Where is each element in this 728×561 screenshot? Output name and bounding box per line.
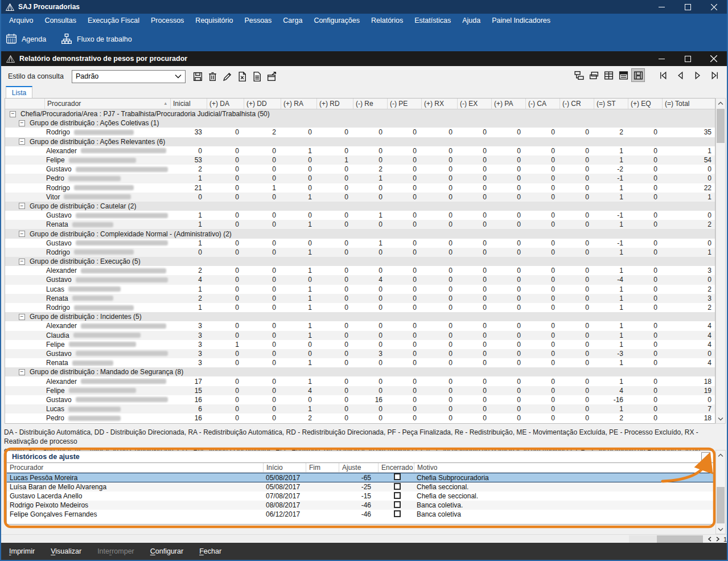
report-close-button[interactable]	[701, 51, 727, 66]
menu-item-carga[interactable]: Carga	[277, 14, 308, 27]
report-maximize-button[interactable]	[674, 51, 701, 66]
encerrado-checkbox[interactable]	[394, 483, 401, 490]
menu-item-arquivo[interactable]: Arquivo	[3, 14, 39, 27]
scroll-down-icon[interactable]	[716, 414, 725, 423]
table-row[interactable]: Alexander17001000000001018	[5, 376, 715, 386]
collapse-toggle[interactable]	[19, 120, 25, 126]
table-row[interactable]: Rodrigo000100000000101	[5, 248, 715, 257]
collapse-toggle[interactable]	[19, 259, 25, 265]
column-header-re[interactable]: (-) Re	[353, 99, 387, 109]
hist-column-header-fim[interactable]: Fim	[306, 463, 339, 472]
column-header-rd[interactable]: (+) RD	[316, 99, 353, 109]
group-row[interactable]: Grupo de distribuição : Cautelar (2)	[5, 202, 715, 211]
agenda-button[interactable]: Agenda	[6, 33, 46, 46]
menu-item-consultas[interactable]: Consultas	[39, 14, 82, 27]
delete-icon[interactable]	[206, 69, 220, 83]
close-button[interactable]	[701, 0, 727, 14]
collapse-toggle[interactable]	[19, 203, 25, 209]
table-row[interactable]: Felipe15004000000004019	[5, 386, 715, 395]
table-row[interactable]: Rodrigo33020000000002035	[5, 128, 715, 137]
scroll-thumb[interactable]	[717, 109, 725, 143]
scroll-up-icon[interactable]	[716, 451, 725, 460]
column-header-cr[interactable]: (-) CR	[560, 99, 594, 109]
table-row[interactable]: Alexander300100000000104	[5, 321, 715, 330]
panel-vertical-scrollbar[interactable]	[715, 450, 726, 534]
scroll-thumb[interactable]	[717, 487, 725, 523]
workflow-button[interactable]: Fluxo de trabalho	[61, 33, 132, 46]
configurar-button[interactable]: Configurar	[150, 547, 183, 555]
table-row[interactable]: Pedro16002000000002018	[5, 413, 715, 423]
excel-export-icon[interactable]	[236, 69, 249, 83]
encerrado-checkbox[interactable]	[394, 492, 401, 499]
menu-item-ajuda[interactable]: Ajuda	[456, 14, 486, 27]
hist-column-header-ajuste[interactable]: Ajuste	[339, 463, 378, 472]
menu-item-execucao-fiscal[interactable]: Execução Fiscal	[82, 14, 145, 27]
menu-item-requisitorio[interactable]: Requisitório	[190, 14, 238, 27]
table-row[interactable]: Gustavo16000016000000-1600	[5, 395, 715, 404]
table-row[interactable]: Gustavo200002000000-200	[5, 165, 715, 174]
nav-first-icon[interactable]	[656, 68, 670, 82]
column-header-pa[interactable]: (+) PA	[491, 99, 525, 109]
menu-item-relatorios[interactable]: Relatórios	[365, 14, 409, 27]
column-header-da[interactable]: (+) DA	[207, 99, 244, 109]
table-row[interactable]: Vitor000100000000101	[5, 193, 715, 202]
table-row[interactable]: Pedro100001000000-100	[5, 174, 715, 183]
table-row[interactable]: Gustavo100001000000-100	[5, 211, 715, 220]
menu-item-processos[interactable]: Processos	[145, 14, 190, 27]
page-next-icon[interactable]	[715, 536, 720, 543]
hist-row[interactable]: Gustavo Lacerda Anello07/08/2017-15Chefi…	[7, 492, 713, 501]
table-row[interactable]: Alexander000100000000101	[5, 146, 715, 155]
hist-row[interactable]: Lucas Pessôa Moreira05/08/2017-65Chefia …	[7, 473, 713, 482]
table-row[interactable]: Rodrigo100100000000102	[5, 303, 715, 312]
column-width-icon[interactable]	[631, 68, 645, 82]
scroll-up-icon[interactable]	[716, 99, 725, 108]
column-header-inicial[interactable]: Inicial	[170, 99, 207, 109]
table-row[interactable]: Lucas100100000000102	[5, 285, 715, 294]
menu-item-configuracoes[interactable]: Configurações	[308, 14, 365, 27]
group-row[interactable]: Grupo de distribuição : Ações Relevantes…	[5, 137, 715, 146]
table-row[interactable]: Gustavo100001000000-100	[5, 239, 715, 248]
column-header-eq[interactable]: (+) EQ	[628, 99, 662, 109]
column-header-total[interactable]: (=) Total	[662, 99, 715, 109]
hist-column-header-motivo[interactable]: Motivo	[414, 463, 707, 472]
fechar-button[interactable]: Fechar	[199, 547, 221, 555]
query-style-combobox[interactable]: Padrão	[72, 70, 186, 83]
hist-column-header-encerrado[interactable]: Encerrado	[378, 463, 414, 472]
minimize-button[interactable]	[648, 0, 674, 14]
page-prev-icon[interactable]	[708, 536, 712, 543]
visualizar-button[interactable]: Visualizar	[51, 547, 81, 555]
hist-row[interactable]: Felipe Gonçalves Fernandes06/12/2017-46B…	[7, 510, 713, 519]
hist-column-header-inicio[interactable]: Início	[263, 463, 306, 472]
column-header-rx[interactable]: (+) RX	[421, 99, 457, 109]
imprimir-button[interactable]: Imprimir	[9, 547, 35, 555]
nav-next-icon[interactable]	[690, 68, 704, 82]
column-header-dd[interactable]: (+) DD	[244, 99, 281, 109]
table-row[interactable]: Rodrigo21010000000001022	[5, 183, 715, 193]
hist-row[interactable]: Rodrigo Peixoto Medeiros08/08/2017-46Ban…	[7, 501, 713, 510]
group-row[interactable]: Grupo de distribuição : Execução (5)	[5, 257, 715, 266]
scroll-down-icon[interactable]	[716, 525, 725, 534]
root-group-row[interactable]: Chefia/Procuradoria/Area : PJ7 - Trabalh…	[5, 109, 715, 118]
export-window-icon[interactable]	[265, 69, 279, 83]
table-row[interactable]: Felipe310000000000104	[5, 340, 715, 349]
encerrado-checkbox[interactable]	[394, 473, 401, 480]
group-row[interactable]: Grupo de distribuição : Complexidade Nor…	[5, 229, 715, 238]
horizontal-scroll-thumb[interactable]	[657, 535, 703, 543]
table-row[interactable]: Renata300100000000104	[5, 358, 715, 367]
hist-row[interactable]: Luísa Baran de Mello Alvarenga05/08/2017…	[7, 482, 713, 492]
tree-view-icon[interactable]	[572, 68, 586, 82]
encerrado-checkbox[interactable]	[394, 510, 401, 517]
collapse-toggle[interactable]	[19, 369, 25, 375]
table-row[interactable]: Gustavo400004000000-400	[5, 275, 715, 284]
table-row[interactable]: Gustavo300003000000-300	[5, 349, 715, 358]
menu-item-estatisticas[interactable]: Estatísticas	[409, 14, 456, 27]
maximize-button[interactable]	[674, 0, 701, 14]
edit-icon[interactable]	[221, 69, 235, 83]
nav-last-icon[interactable]	[708, 68, 721, 82]
table-row[interactable]: Alexander200100000000103	[5, 266, 715, 275]
menu-item-painel-indicadores[interactable]: Painel Indicadores	[486, 14, 556, 27]
group-row[interactable]: Grupo de distribuição : Ações Coletivas …	[5, 118, 715, 128]
table-row[interactable]: Claudia300100000000104	[5, 331, 715, 340]
column-header-ex[interactable]: (-) EX	[457, 99, 491, 109]
group-row[interactable]: Grupo de distribuição : Incidentes (5)	[5, 312, 715, 321]
